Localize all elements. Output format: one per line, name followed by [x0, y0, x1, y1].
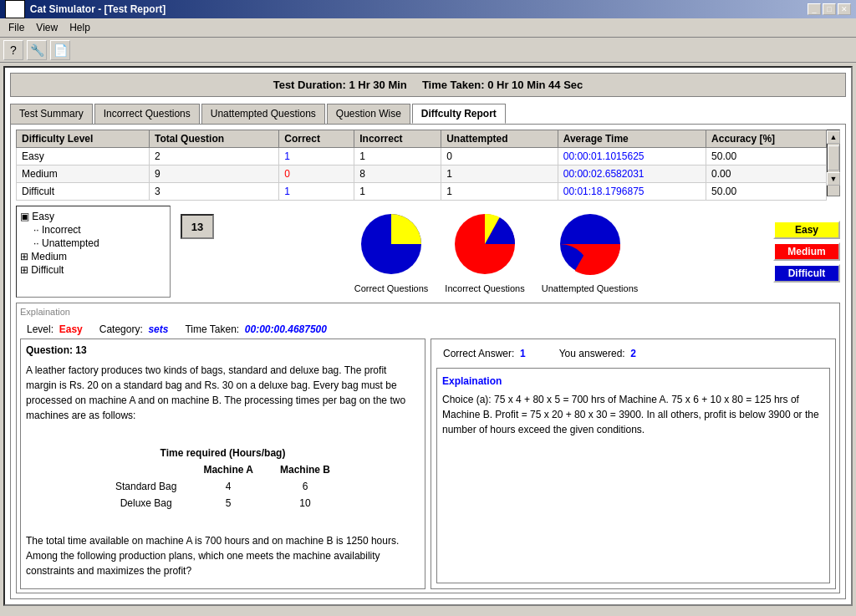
cell-incorrect: 8 — [354, 165, 441, 183]
tab-test-summary[interactable]: Test Summary — [10, 104, 93, 124]
cell-total: 2 — [149, 148, 278, 165]
chart-area: Correct Questions Incorrect Questions — [224, 206, 768, 298]
explanation-title: Explaination — [20, 307, 836, 317]
cell-correct: 1 — [279, 148, 354, 165]
cell-avg-time: 00:00:01.1015625 — [558, 148, 706, 165]
answer-panel: Correct Answer: 1 You answered: 2 Explai… — [431, 339, 836, 589]
header-bar: Test Duration: 1 Hr 30 Min Time Taken: 0… — [10, 73, 846, 97]
cell-unattempted: 0 — [441, 148, 558, 165]
you-answered-label: You answered: 2 — [559, 348, 636, 359]
table-row: Easy 2 1 1 0 00:00:01.1015625 50.00 — [17, 148, 827, 165]
menu-bar: File View Help — [0, 18, 856, 38]
tree-item-incorrect[interactable]: ·· Incorrect — [20, 223, 166, 237]
correct-chart-label: Correct Questions — [354, 283, 429, 293]
col-accuracy: Accuracy [%] — [706, 130, 827, 148]
minimize-button[interactable]: _ — [808, 3, 821, 15]
cell-level: Difficult — [17, 183, 150, 201]
tree-item-difficult[interactable]: ⊞ Difficult — [20, 263, 166, 277]
deluxe-machine-b: 10 — [267, 495, 344, 512]
correct-pie — [358, 211, 425, 277]
cell-accuracy: 0.00 — [706, 165, 827, 183]
legend-panel: Easy Medium Difficult — [773, 206, 840, 298]
legend-difficult[interactable]: Difficult — [773, 264, 840, 283]
tab-unattempted-questions[interactable]: Unattempted Questions — [201, 104, 325, 124]
row-standard: Standard Bag — [102, 478, 190, 495]
standard-machine-b: 6 — [267, 478, 344, 495]
tree-item-medium[interactable]: ⊞ Medium — [20, 250, 166, 263]
test-duration-label: Test Duration: — [273, 79, 346, 91]
cell-level: Easy — [17, 148, 150, 165]
correct-answer-value: 1 — [520, 348, 526, 359]
scroll-thumb[interactable] — [828, 145, 839, 171]
tree-item-easy[interactable]: ▣ Easy — [20, 210, 166, 223]
explanation-section: Explaination Level: Easy Category: sets … — [16, 303, 840, 593]
time-taken-value: 0 Hr 10 Min 44 Sec — [487, 79, 583, 91]
tab-difficulty-report[interactable]: Diffculty Report — [412, 104, 506, 124]
answer-header: Correct Answer: 1 You answered: 2 — [436, 344, 830, 363]
menu-view[interactable]: View — [31, 20, 63, 35]
unattempted-questions-chart: Unattempted Questions — [542, 211, 639, 293]
col-unattempted: Unattempted — [441, 130, 558, 148]
cell-avg-time: 00:00:02.6582031 — [558, 165, 706, 183]
close-button[interactable]: ✕ — [838, 3, 851, 15]
machine-a-header: Machine A — [190, 461, 267, 478]
question-title: Question: 13 — [26, 344, 420, 356]
test-duration-value: 1 Hr 30 Min — [349, 79, 406, 91]
cell-correct: 0 — [279, 165, 354, 183]
app-logo: CATSIM — [5, 0, 25, 18]
toolbar: ? 🔧 📄 — [0, 38, 856, 63]
title-bar: CATSIM Cat Simulator - [Test Report] _ □… — [0, 0, 856, 18]
col-empty — [102, 461, 190, 478]
toolbar-btn-3[interactable]: 📄 — [50, 40, 70, 60]
cell-incorrect: 1 — [354, 183, 441, 201]
cell-total: 9 — [149, 165, 278, 183]
toolbar-btn-2[interactable]: 🔧 — [27, 40, 47, 60]
table-title: Time required (Hours/bag) — [102, 445, 344, 461]
scroll-down-btn[interactable]: ▼ — [827, 172, 840, 186]
cell-incorrect: 1 — [354, 148, 441, 165]
cell-unattempted: 1 — [441, 183, 558, 201]
col-correct: Correct — [279, 130, 354, 148]
table-scrollbar[interactable]: ▲ ▼ — [827, 130, 840, 196]
cell-avg-time: 00:01:18.1796875 — [558, 183, 706, 201]
menu-help[interactable]: Help — [64, 20, 95, 35]
cell-accuracy: 50.00 — [706, 148, 827, 165]
cell-correct: 1 — [279, 183, 354, 201]
maximize-button[interactable]: □ — [823, 3, 836, 15]
exp-meta: Level: Easy Category: sets Time Taken: 0… — [20, 320, 836, 339]
table-row: Medium 9 0 8 1 00:00:02.6582031 0.00 — [17, 165, 827, 183]
toolbar-btn-1[interactable]: ? — [3, 40, 23, 60]
question-text: A leather factory produces two kinds of … — [26, 363, 420, 578]
tree-item-unattempted[interactable]: ·· Unattempted — [20, 237, 166, 250]
menu-file[interactable]: File — [3, 20, 29, 35]
title-bar-left: CATSIM Cat Simulator - [Test Report] — [5, 0, 166, 18]
incorrect-pie — [451, 211, 518, 277]
you-answered-value: 2 — [630, 348, 636, 359]
exp-bottom: Question: 13 A leather factory produces … — [20, 339, 836, 589]
exp-time-taken: Time Taken: 00:00:00.4687500 — [185, 323, 326, 335]
tabs: Test Summary Incorrect Questions Unattem… — [10, 104, 846, 124]
col-difficulty-level: Difficulty Level — [17, 130, 150, 148]
legend-easy[interactable]: Easy — [773, 221, 840, 239]
question-panel: Question: 13 A leather factory produces … — [20, 339, 425, 589]
exp-category-label: Category: sets — [99, 323, 169, 335]
main-window: Test Duration: 1 Hr 30 Min Time Taken: 0… — [3, 66, 853, 606]
question-data-table: Time required (Hours/bag) Machine A Mach… — [102, 445, 344, 512]
unattempted-pie — [557, 211, 624, 277]
tab-question-wise[interactable]: Question Wise — [327, 104, 410, 124]
exp-time-value: 00:00:00.4687500 — [245, 323, 327, 335]
lower-section: ▣ Easy ·· Incorrect ·· Unattempted ⊞ Med… — [16, 206, 840, 298]
cell-unattempted: 1 — [441, 165, 558, 183]
machine-b-header: Machine B — [267, 461, 344, 478]
content-area: Difficulty Level Total Question Correct … — [10, 124, 846, 599]
col-average-time: Average Time — [558, 130, 706, 148]
correct-questions-chart: Correct Questions — [354, 211, 429, 293]
col-incorrect: Incorrect — [354, 130, 441, 148]
exp-level-value: Easy — [59, 323, 83, 335]
tree-panel: ▣ Easy ·· Incorrect ·· Unattempted ⊞ Med… — [16, 206, 171, 298]
exp-level-label: Level: Easy — [27, 323, 83, 335]
scroll-up-btn[interactable]: ▲ — [827, 130, 840, 144]
legend-medium[interactable]: Medium — [773, 242, 840, 261]
tab-incorrect-questions[interactable]: Incorrect Questions — [94, 104, 200, 124]
col-total-question: Total Question — [149, 130, 278, 148]
